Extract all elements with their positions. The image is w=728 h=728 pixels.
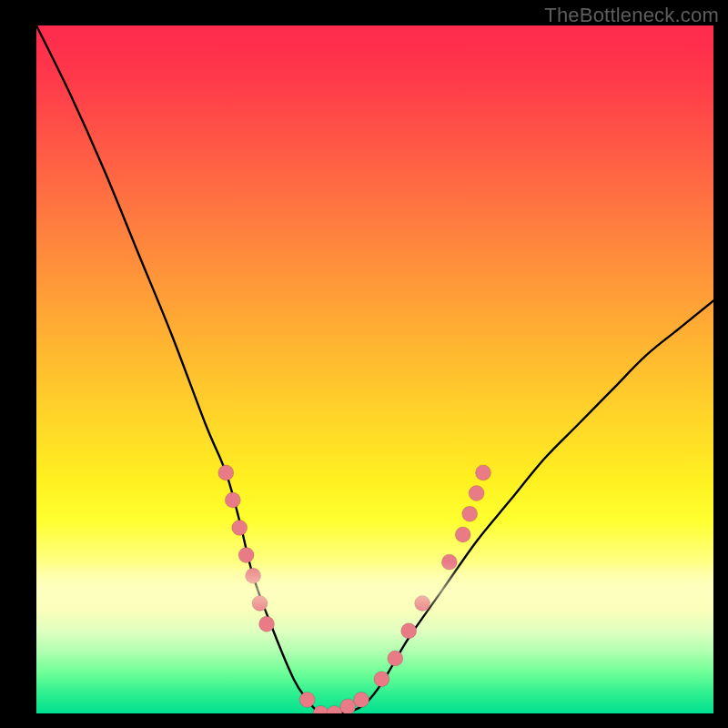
marker-dot (252, 596, 268, 612)
bottleneck-curve (36, 25, 713, 713)
marker-dot (401, 623, 417, 639)
marker-dot (388, 651, 403, 666)
marker-dot (476, 465, 491, 480)
marker-dot (218, 465, 234, 480)
marker-dot (259, 616, 275, 632)
marker-dot (469, 486, 484, 501)
chart-frame: TheBottleneck.com (0, 0, 728, 728)
marker-dot (246, 568, 261, 583)
marker-dot (340, 699, 356, 713)
marker-dot (299, 692, 315, 707)
marker-dot (225, 492, 240, 508)
marker-dot (462, 506, 478, 521)
marker-dot (232, 520, 248, 535)
marker-dot (313, 706, 329, 714)
marker-dot (354, 692, 369, 707)
marker-dot (415, 596, 430, 612)
marker-dot (455, 527, 470, 542)
highlight-dots (218, 465, 491, 713)
marker-dot (374, 672, 389, 687)
marker-dot (238, 548, 254, 563)
plot-area (36, 25, 713, 713)
marker-dot (441, 554, 457, 570)
bottleneck-curve-svg (36, 25, 713, 713)
marker-dot (327, 706, 342, 714)
watermark-text: TheBottleneck.com (544, 4, 719, 27)
